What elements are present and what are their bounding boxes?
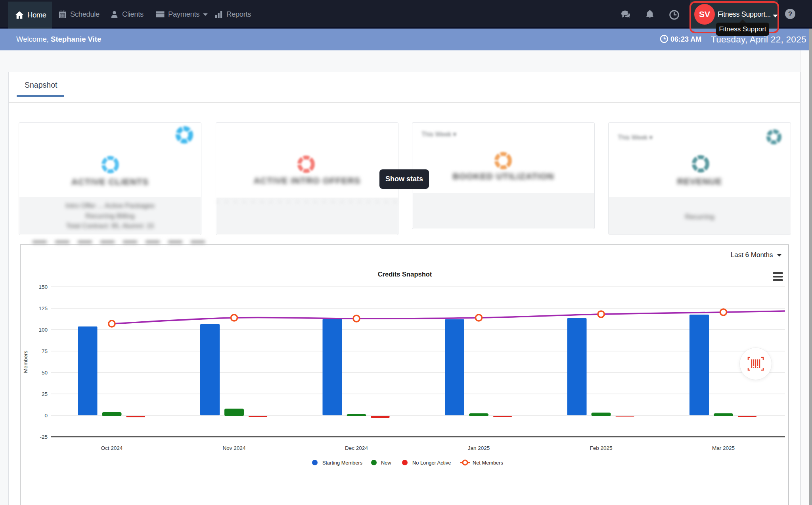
- svg-text:25: 25: [42, 391, 48, 397]
- svg-text:125: 125: [38, 305, 48, 311]
- svg-text:Credits Snapshot: Credits Snapshot: [378, 271, 432, 278]
- svg-text:Jan 2025: Jan 2025: [468, 445, 490, 451]
- svg-text:New: New: [381, 460, 391, 466]
- svg-text:Net Members: Net Members: [473, 460, 503, 466]
- svg-text:Starting Members: Starting Members: [322, 460, 362, 466]
- svg-text:Members: Members: [23, 351, 29, 373]
- svg-text:50: 50: [42, 370, 48, 376]
- svg-text:-25: -25: [40, 434, 48, 440]
- svg-text:Dec 2024: Dec 2024: [345, 445, 368, 451]
- svg-text:0: 0: [44, 413, 48, 419]
- svg-text:Mar 2025: Mar 2025: [712, 445, 735, 451]
- svg-text:?: ?: [788, 10, 792, 18]
- svg-text:150: 150: [38, 284, 48, 290]
- svg-text:75: 75: [42, 348, 48, 354]
- svg-text:Oct 2024: Oct 2024: [101, 445, 123, 451]
- svg-text:No Longer Active: No Longer Active: [412, 460, 451, 466]
- svg-text:Nov 2024: Nov 2024: [223, 445, 246, 451]
- svg-text:100: 100: [38, 327, 48, 333]
- svg-text:Feb 2025: Feb 2025: [590, 445, 612, 451]
